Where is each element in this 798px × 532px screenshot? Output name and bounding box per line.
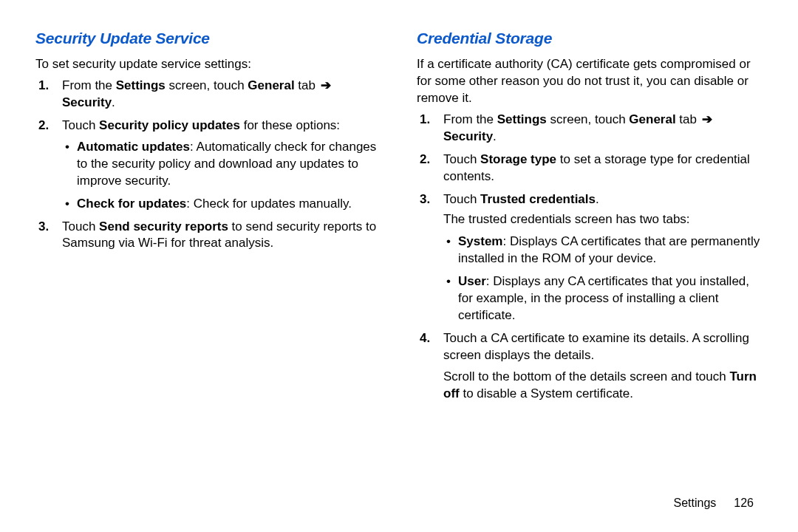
bullet-check-updates: Check for updates: Check for updates man…	[74, 196, 381, 213]
footer-page-number: 126	[734, 497, 754, 509]
step-3-follow: The trusted credentials screen has two t…	[443, 211, 763, 228]
bullet-auto-updates: Automatic updates: Automatically check f…	[74, 139, 381, 190]
step-text: From the Settings screen, touch General …	[443, 112, 714, 143]
step-4-follow: Scroll to the bottom of the details scre…	[443, 369, 763, 403]
heading-credential-storage: Credential Storage	[417, 30, 763, 47]
intro-right: If a certificate authority (CA) certific…	[417, 56, 763, 107]
steps-left: 1. From the Settings screen, touch Gener…	[35, 78, 381, 252]
bullet-system: System: Displays CA certificates that ar…	[455, 233, 763, 267]
footer-label: Settings	[673, 497, 716, 509]
page-columns: Security Update Service To set security …	[35, 30, 763, 409]
step-text: From the Settings screen, touch General …	[62, 78, 332, 109]
step-text: Touch Security policy updates for these …	[62, 118, 340, 132]
steps-right: 1. From the Settings screen, touch Gener…	[417, 112, 763, 403]
step-text: Touch Trusted credentials.	[443, 192, 599, 206]
step-2-right: 2. Touch Storage type to set a storage t…	[434, 151, 763, 185]
right-column: Credential Storage If a certificate auth…	[417, 30, 763, 409]
step-3-right: 3. Touch Trusted credentials. The truste…	[434, 191, 763, 325]
arrow-icon: ➔	[321, 78, 331, 92]
bullets-left: Automatic updates: Automatically check f…	[62, 139, 381, 213]
step-1-left: 1. From the Settings screen, touch Gener…	[53, 78, 381, 112]
bullets-right: System: Displays CA certificates that ar…	[443, 233, 763, 324]
arrow-icon: ➔	[702, 112, 712, 126]
page-footer: Settings126	[673, 497, 754, 510]
step-text: Touch a CA certificate to examine its de…	[443, 331, 749, 362]
bullet-user: User: Displays any CA certificates that …	[455, 273, 763, 324]
step-3-left: 3. Touch Send security reports to send s…	[53, 219, 381, 253]
step-2-left: 2. Touch Security policy updates for the…	[53, 117, 381, 213]
left-column: Security Update Service To set security …	[35, 30, 381, 409]
intro-left: To set security update service settings:	[35, 56, 381, 73]
step-text: Touch Storage type to set a storage type…	[443, 152, 750, 183]
heading-security-update-service: Security Update Service	[35, 30, 381, 47]
step-1-right: 1. From the Settings screen, touch Gener…	[434, 112, 763, 146]
step-text: Touch Send security reports to send secu…	[62, 219, 376, 250]
step-4-right: 4. Touch a CA certificate to examine its…	[434, 330, 763, 403]
